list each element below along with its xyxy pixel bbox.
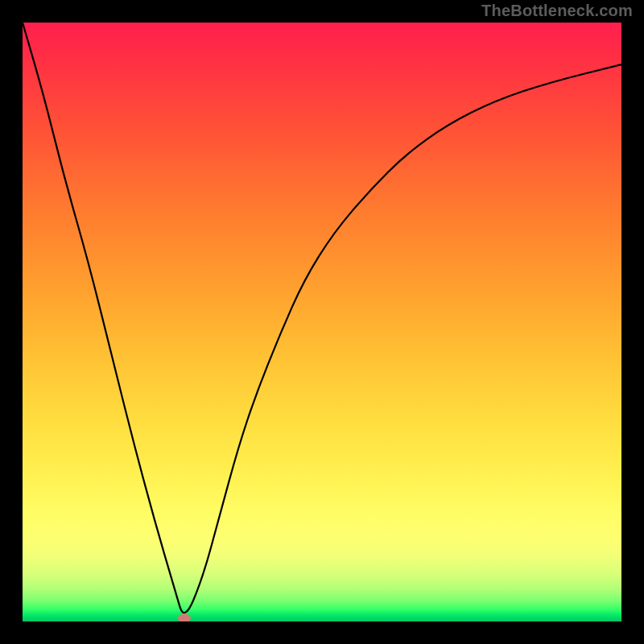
attribution-text: TheBottleneck.com: [481, 2, 633, 20]
plot-area: [23, 23, 621, 621]
bottleneck-curve-path: [23, 23, 621, 613]
chart-frame: TheBottleneck.com: [0, 0, 644, 644]
trough-marker: [178, 614, 191, 622]
curve-layer: [23, 23, 621, 621]
